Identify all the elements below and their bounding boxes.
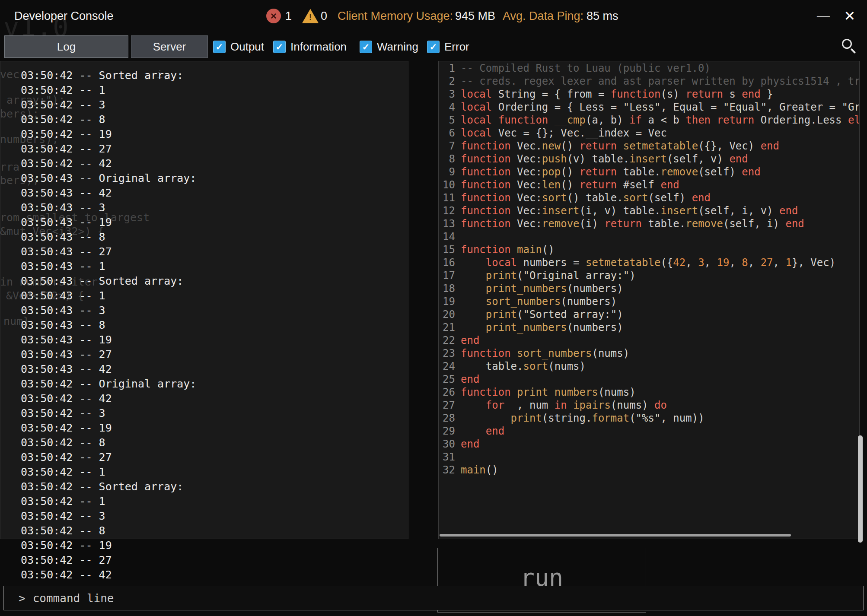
log-entry: 03:50:43 -- 19 [0, 333, 408, 347]
code-line: 18 print_numbers(numbers) [440, 282, 860, 295]
line-number: 29 [440, 425, 455, 438]
filter-warning: ✓Warning [360, 35, 418, 58]
code-lines: 1-- Compiled Rust to Luau (public ver1.0… [440, 62, 860, 476]
log-entry: 03:50:42 -- 1 [0, 494, 408, 509]
code-line: 1-- Compiled Rust to Luau (public ver1.0… [440, 62, 860, 75]
code-line: 16 local numbers = setmetatable({42, 3, … [440, 256, 860, 269]
command-prompt: > [19, 592, 26, 605]
log-entry: 03:50:43 -- 1 [0, 289, 408, 303]
log-entry: 03:50:42 -- 3 [0, 406, 408, 421]
log-entry: 03:50:43 -- 3 [0, 200, 408, 215]
code-line: 22end [440, 334, 860, 347]
line-number: 21 [440, 321, 455, 334]
error-x-glyph: ✕ [270, 11, 277, 21]
window-title: Developer Console [14, 10, 114, 23]
filter-information: ✓Information [273, 35, 347, 58]
code-line: 12function Vec:insert(i, v) table.insert… [440, 204, 860, 217]
code-line: 32main() [440, 464, 860, 476]
data-ping-value: 85 ms [586, 10, 618, 23]
code-line: 28 print(string.format("%s", num)) [440, 412, 860, 425]
code-line: 17 print("Original array:") [440, 269, 860, 282]
code-line: 5local function __cmp(a, b) if a < b the… [440, 114, 860, 127]
filter-label: Warning [377, 40, 418, 54]
log-entry: 03:50:42 -- 3 [0, 98, 408, 112]
line-number: 7 [440, 140, 455, 152]
code-line: 15function main() [440, 243, 860, 256]
code-line: 24 table.sort(nums) [440, 360, 860, 373]
line-number: 1 [440, 62, 455, 75]
line-number: 5 [440, 114, 455, 127]
filter-checkbox-error[interactable]: ✓ [427, 41, 440, 53]
log-entry: 03:50:42 -- 8 [0, 435, 408, 450]
log-entry: 03:50:42 -- Original array: [0, 377, 408, 391]
check-icon: ✓ [430, 42, 437, 51]
line-number: 28 [440, 412, 455, 425]
tab-server[interactable]: Server [131, 35, 208, 58]
command-input[interactable]: > command line [3, 586, 864, 610]
log-entry: 03:50:42 -- Sorted array: [0, 479, 408, 494]
code-line: 3local String = { from = function(s) ret… [440, 88, 860, 101]
log-entry: 03:50:43 -- 19 [0, 215, 408, 230]
code-line: 9function Vec:pop() return table.remove(… [440, 165, 860, 178]
filter-label: Output [230, 40, 264, 54]
line-number: 30 [440, 438, 455, 451]
code-line: 25end [440, 373, 860, 386]
minimize-button[interactable]: — [815, 9, 832, 23]
code-line: 4local Ordering = { Less = "Less", Equal… [440, 101, 860, 114]
log-entry: 03:50:42 -- 8 [0, 524, 408, 538]
log-entry: 03:50:43 -- 1 [0, 259, 408, 274]
error-count-icon: ✕ [266, 9, 281, 23]
log-entry: 03:50:42 -- 1 [0, 465, 408, 479]
log-entry: 03:50:42 -- 27 [0, 142, 408, 156]
log-entry: 03:50:43 -- 27 [0, 347, 408, 362]
check-icon: ✓ [276, 42, 284, 51]
line-number: 20 [440, 308, 455, 321]
log-entry: 03:50:43 -- 42 [0, 362, 408, 377]
log-entry: 03:50:43 -- 3 [0, 303, 408, 318]
filter-checkbox-output[interactable]: ✓ [213, 41, 226, 53]
log-entry: 03:50:42 -- 27 [0, 450, 408, 465]
line-number: 25 [440, 373, 455, 386]
line-number: 9 [440, 165, 455, 178]
code-line: 7function Vec.new() return setmetatable(… [440, 140, 860, 152]
line-number: 12 [440, 204, 455, 217]
log-entry: 03:50:42 -- 27 [0, 553, 408, 568]
line-number: 23 [440, 347, 455, 360]
code-line: 14 [440, 230, 860, 243]
window-titlebar: Developer Console ✕ 1 ! 0 Client Memory … [0, 0, 867, 32]
log-entry: 03:50:42 -- Sorted array: [0, 68, 408, 83]
code-line: 20 print("Sorted array:") [440, 308, 860, 321]
line-number: 31 [440, 451, 455, 464]
log-entry: 03:50:43 -- Original array: [0, 171, 408, 186]
code-line: 29 end [440, 425, 860, 438]
line-number: 6 [440, 127, 455, 140]
check-icon: ✓ [216, 42, 223, 51]
line-number: 3 [440, 88, 455, 101]
search-handle-shape [851, 48, 856, 54]
close-button[interactable]: ✕ [841, 8, 858, 24]
line-number: 4 [440, 101, 455, 114]
filter-checkbox-information[interactable]: ✓ [273, 41, 286, 53]
filter-checkbox-warning[interactable]: ✓ [360, 41, 372, 53]
code-panel: 1-- Compiled Rust to Luau (public ver1.0… [438, 61, 860, 539]
log-entry: 03:50:42 -- 19 [0, 127, 408, 142]
line-number: 13 [440, 217, 455, 230]
filter-label: Error [444, 40, 469, 54]
log-entry: 03:50:43 -- 8 [0, 318, 408, 333]
line-number: 10 [440, 178, 455, 191]
line-number: 24 [440, 360, 455, 373]
log-entry: 03:50:42 -- 1 [0, 83, 408, 98]
log-entry: 03:50:42 -- 19 [0, 538, 408, 553]
warning-bang-glyph: ! [309, 13, 312, 22]
command-placeholder-text: command line [33, 592, 114, 605]
code-line: 6local Vec = {}; Vec.__index = Vec [440, 127, 860, 140]
filter-output: ✓Output [213, 35, 264, 58]
code-line: 8function Vec:push(v) table.insert(self,… [440, 152, 860, 165]
memory-usage-value: 945 MB [455, 10, 495, 23]
search-icon[interactable] [840, 37, 859, 56]
tab-log[interactable]: Log [4, 35, 128, 58]
line-number: 11 [440, 191, 455, 204]
vertical-scrollbar[interactable] [858, 435, 863, 543]
code-line: 11function Vec:sort() table.sort(self) e… [440, 191, 860, 204]
horizontal-scrollbar[interactable] [440, 534, 791, 537]
